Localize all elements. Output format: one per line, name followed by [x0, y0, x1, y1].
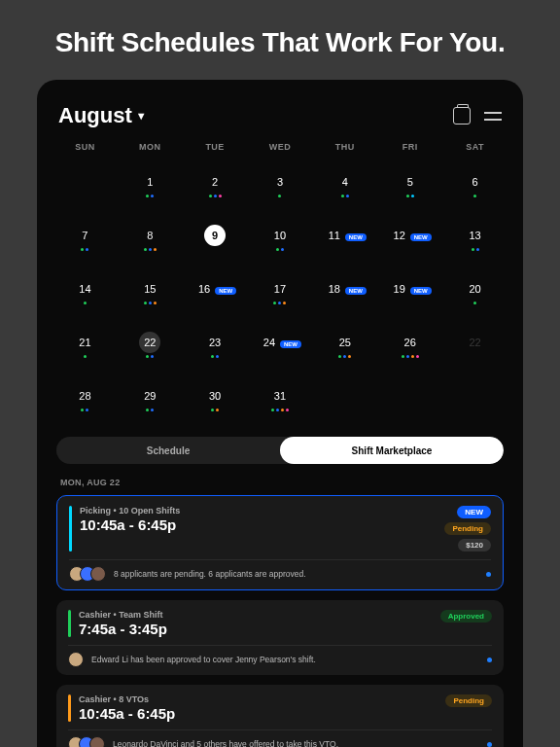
event-dot: [151, 409, 154, 411]
calendar-day[interactable]: 2: [183, 165, 248, 207]
calendar-day[interactable]: 1: [118, 165, 183, 207]
calendar-day[interactable]: 24NEW: [248, 326, 313, 368]
event-dot: [144, 248, 147, 251]
settings-icon[interactable]: [484, 107, 502, 124]
calendar-icon[interactable]: [453, 107, 471, 124]
event-dot: [343, 355, 346, 358]
calendar-day[interactable]: 10: [248, 219, 313, 261]
applicant-avatars: [68, 652, 84, 667]
day-number: 3: [269, 171, 291, 193]
event-dot: [146, 409, 149, 411]
calendar-day[interactable]: 13: [442, 219, 508, 261]
calendar-day[interactable]: 5: [377, 165, 442, 207]
shift-card[interactable]: Cashier • Team Shift7:45a - 3:45pApprove…: [56, 600, 504, 675]
event-dot: [149, 302, 152, 304]
calendar-day[interactable]: 15: [118, 272, 183, 314]
calendar-day[interactable]: 25: [312, 326, 377, 368]
calendar-day[interactable]: 18NEW: [312, 272, 377, 314]
calendar-day[interactable]: [442, 379, 508, 421]
dow-label: THU: [312, 142, 377, 152]
tab-schedule[interactable]: Schedule: [56, 437, 280, 464]
calendar-day[interactable]: 26: [377, 326, 442, 368]
calendar-day[interactable]: 14: [52, 272, 118, 314]
avatar: [68, 652, 84, 667]
calendar-week: 21222324NEW252622: [52, 320, 508, 374]
calendar-day[interactable]: 22: [118, 326, 183, 368]
event-dot: [219, 195, 222, 197]
calendar-day[interactable]: 4: [312, 165, 377, 207]
calendar-day[interactable]: 30: [183, 379, 248, 421]
event-dots: [118, 195, 183, 197]
event-dot: [211, 355, 214, 358]
calendar-day[interactable]: 28: [52, 379, 118, 421]
calendar-day[interactable]: 11NEW: [312, 219, 377, 261]
event-dots: [442, 302, 508, 304]
unread-dot: [487, 658, 492, 662]
new-badge: NEW: [410, 287, 432, 295]
day-number: 6: [465, 171, 486, 193]
event-dot: [348, 355, 351, 358]
new-badge: NEW: [215, 287, 236, 295]
calendar-day[interactable]: 8: [118, 219, 183, 261]
tab-marketplace[interactable]: Shift Marketplace: [280, 437, 504, 464]
calendar-day[interactable]: 23: [183, 326, 248, 368]
shift-time: 10:45a - 6:45p: [79, 705, 175, 722]
calendar-day[interactable]: 7: [52, 219, 118, 261]
shift-summary-text: Leonardo DaVinci and 5 others have offer…: [113, 739, 338, 747]
applicant-avatars: [68, 736, 105, 747]
new-badge: NEW: [410, 233, 432, 241]
calendar-day[interactable]: 12NEW: [377, 219, 442, 261]
event-dots: [52, 302, 118, 304]
calendar-day[interactable]: [377, 379, 442, 421]
day-number: 16: [193, 278, 215, 300]
event-dots: [442, 195, 508, 197]
dow-label: MON: [118, 142, 183, 152]
shift-title: Picking • 10 Open Shifts: [80, 506, 180, 516]
calendar-day[interactable]: 16NEW: [183, 272, 248, 314]
calendar-day[interactable]: [312, 379, 377, 421]
event-dot: [476, 248, 479, 251]
calendar-day[interactable]: 9: [183, 219, 248, 261]
calendar-day[interactable]: 21: [52, 326, 118, 368]
dow-label: SUN: [52, 142, 118, 152]
calendar-day[interactable]: 6: [442, 165, 508, 207]
event-dot: [149, 248, 152, 251]
day-number: 26: [400, 332, 421, 353]
event-dot: [406, 355, 409, 358]
month-selector[interactable]: August ▼: [58, 103, 147, 128]
shift-summary-text: Edward Li has been approved to cover Jen…: [91, 655, 316, 664]
day-number: [400, 385, 421, 407]
day-number: 30: [204, 385, 226, 407]
event-dot: [84, 355, 87, 358]
event-dots: [118, 409, 183, 411]
calendar-day[interactable]: 17: [248, 272, 313, 314]
day-of-week-row: SUNMONTUEWEDTHUFRISAT: [52, 138, 508, 160]
day-number: 4: [334, 171, 356, 193]
calendar-day[interactable]: 3: [248, 165, 313, 207]
day-number: 13: [465, 225, 486, 246]
event-dots: [52, 248, 118, 251]
day-number: 5: [400, 171, 421, 193]
calendar-day[interactable]: 20: [442, 272, 508, 314]
status-pill-new: NEW: [457, 506, 491, 518]
event-dots: [442, 248, 508, 251]
calendar-day[interactable]: [52, 165, 118, 207]
calendar-day[interactable]: 31: [248, 379, 313, 421]
shift-color-bar: [68, 610, 71, 637]
event-dot: [283, 302, 286, 304]
calendar-day[interactable]: 29: [118, 379, 183, 421]
event-dot: [154, 302, 157, 304]
shift-card[interactable]: Picking • 10 Open Shifts10:45a - 6:45pNE…: [56, 495, 504, 590]
event-dot: [144, 302, 147, 304]
event-dot: [416, 355, 419, 358]
event-dots: [183, 195, 248, 197]
event-dots: [312, 195, 377, 197]
day-number: 20: [465, 278, 486, 300]
day-number: 14: [74, 278, 95, 300]
event-dot: [402, 355, 404, 358]
shift-card[interactable]: Cashier • 8 VTOs10:45a - 6:45pPendingLeo…: [56, 685, 504, 747]
calendar-day[interactable]: 19NEW: [377, 272, 442, 314]
calendar-day[interactable]: 22: [442, 326, 508, 368]
event-dot: [216, 355, 219, 358]
calendar-week: 123456: [52, 160, 508, 213]
